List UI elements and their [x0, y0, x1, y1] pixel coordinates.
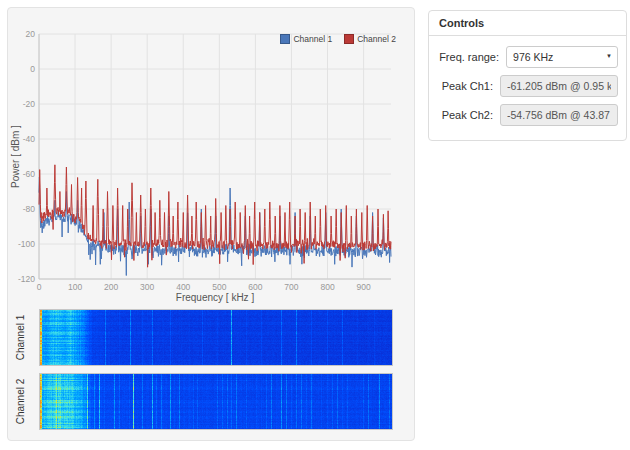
waterfall-ch2-label-wrap: Channel 2 — [10, 373, 32, 430]
svg-text:20: 20 — [26, 29, 36, 39]
svg-text:-20: -20 — [23, 99, 36, 109]
legend-swatch-icon — [344, 34, 354, 44]
svg-text:800: 800 — [320, 282, 334, 292]
peak-ch1-readout[interactable] — [500, 75, 618, 97]
dropdown-caret-icon: ▼ — [606, 53, 612, 59]
svg-text:300: 300 — [140, 282, 154, 292]
legend-item-channel-2[interactable]: Channel 2 — [344, 34, 396, 44]
waterfall-ch2-canvas — [39, 373, 393, 430]
svg-text:200: 200 — [104, 282, 118, 292]
svg-text:900: 900 — [356, 282, 370, 292]
waterfall-ch1-label: Channel 1 — [16, 315, 27, 361]
waterfall-ch2-label: Channel 2 — [16, 379, 27, 425]
y-axis-title-wrap: Power [ dBm ] — [6, 34, 24, 279]
freq-range-value: 976 KHz — [513, 51, 553, 63]
freq-range-select[interactable]: 976 KHz ▼ — [506, 46, 618, 68]
freq-range-row: Freq. range: 976 KHz ▼ — [435, 46, 618, 68]
x-axis-title: Frequency [ kHz ] — [39, 292, 391, 303]
app-root: 200-20-40-60-80-100-12001002003004005006… — [0, 0, 630, 450]
svg-text:500: 500 — [212, 282, 226, 292]
svg-text:-80: -80 — [23, 204, 36, 214]
legend-label: Channel 1 — [293, 34, 332, 44]
freq-range-label: Freq. range: — [435, 51, 499, 63]
svg-text:100: 100 — [68, 282, 82, 292]
legend-label: Channel 2 — [357, 34, 396, 44]
waterfall-ch1-canvas — [39, 309, 393, 366]
peak-ch2-row: Peak Ch2: — [435, 104, 618, 126]
legend-swatch-icon — [280, 34, 290, 44]
waterfall-ch1-label-wrap: Channel 1 — [10, 309, 32, 366]
svg-text:400: 400 — [176, 282, 190, 292]
svg-text:700: 700 — [284, 282, 298, 292]
legend-item-channel-1[interactable]: Channel 1 — [280, 34, 332, 44]
peak-ch2-label: Peak Ch2: — [435, 109, 493, 121]
svg-text:600: 600 — [248, 282, 262, 292]
peak-ch1-row: Peak Ch1: — [435, 75, 618, 97]
svg-text:0: 0 — [37, 282, 42, 292]
peak-ch2-readout[interactable] — [500, 104, 618, 126]
controls-body: Freq. range: 976 KHz ▼ Peak Ch1: Peak Ch… — [429, 36, 626, 140]
svg-text:-60: -60 — [23, 169, 36, 179]
spectrum-panel: 200-20-40-60-80-100-12001002003004005006… — [7, 7, 415, 441]
svg-text:-40: -40 — [23, 134, 36, 144]
y-axis-title: Power [ dBm ] — [10, 125, 21, 188]
spectrum-chart: 200-20-40-60-80-100-12001002003004005006… — [8, 8, 414, 308]
controls-panel: Controls Freq. range: 976 KHz ▼ Peak Ch1… — [428, 10, 627, 141]
chart-legend: Channel 1Channel 2 — [280, 34, 396, 44]
peak-ch1-label: Peak Ch1: — [435, 80, 493, 92]
controls-title: Controls — [429, 11, 626, 36]
svg-text:0: 0 — [30, 64, 35, 74]
